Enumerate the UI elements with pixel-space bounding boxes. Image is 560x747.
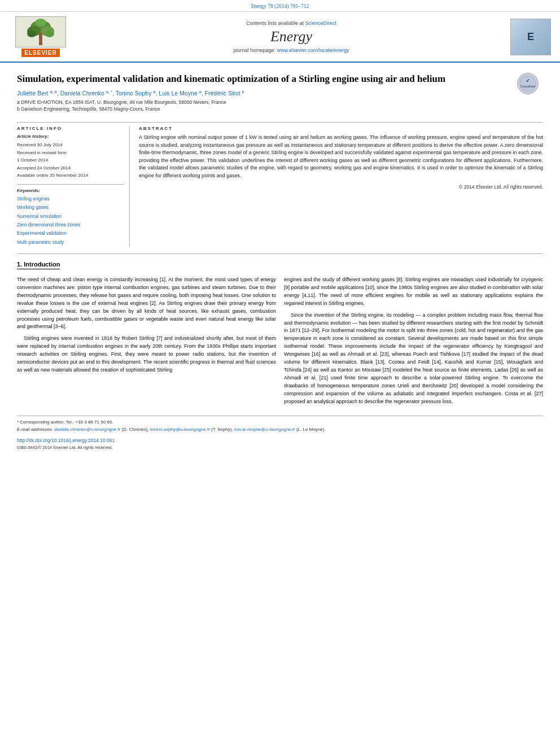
email-chrenko[interactable]: daniela.chrenko@u-bourgogne.fr xyxy=(54,427,120,432)
keywords-label: Keywords: xyxy=(17,188,124,193)
article-info-col: ARTICLE INFO Article history: Received 3… xyxy=(17,126,130,247)
journal-center: Contents lists available at ScienceDirec… xyxy=(80,20,502,53)
homepage-link[interactable]: www.elsevier.com/locate/energy xyxy=(277,47,349,53)
elsevier-tree-image xyxy=(15,16,66,47)
svg-rect-9 xyxy=(39,42,42,45)
svg-text:✓: ✓ xyxy=(526,78,530,84)
article-info-abstract: ARTICLE INFO Article history: Received 3… xyxy=(17,126,543,247)
doi-anchor[interactable]: http://dx.doi.org/10.1016/j.energy.2014.… xyxy=(17,438,115,443)
intro-body: The need of cheap and clean energy is co… xyxy=(17,276,543,410)
doi-link[interactable]: http://dx.doi.org/10.1016/j.energy.2014.… xyxy=(17,438,543,443)
affiliation-b: b Danielson Engineering, Technopôle, 584… xyxy=(17,106,505,113)
article-title: Simulation, experimental validation and … xyxy=(17,73,505,85)
article-history: Article history: Received 30 July 2014 R… xyxy=(17,134,124,180)
keyword-2: Working gases xyxy=(17,203,124,212)
issn-text: 0360-5442/© 2014 Elsevier Ltd. All right… xyxy=(17,445,543,450)
article-title-section: Simulation, experimental validation and … xyxy=(17,73,543,117)
abstract-text: A Stirling engine with nominal output po… xyxy=(139,134,543,180)
keyword-3: Numerical simulation xyxy=(17,212,124,221)
authors-line: Juliette Bert a, b, Daniela Chrenko a, *… xyxy=(17,89,505,97)
authors: Juliette Bert a, b, Daniela Chrenko a, *… xyxy=(17,90,244,97)
keyword-4: Zero dimensional three zones xyxy=(17,221,124,229)
main-content: Simulation, experimental validation and … xyxy=(0,63,560,456)
footnote-corresponding: * Corresponding author. Tel.: +33 3 86 7… xyxy=(17,419,543,426)
contents-line: Contents lists available at ScienceDirec… xyxy=(80,20,502,26)
abstract-label: ABSTRACT xyxy=(139,126,543,131)
intro-para-2: Stirling engines were invented in 1816 b… xyxy=(17,335,276,374)
journal-ref: Energy 78 (2014) 701–712 xyxy=(251,3,309,9)
svg-point-5 xyxy=(35,19,46,27)
history-label: Article history: xyxy=(17,134,124,139)
intro-section-title: 1. Introduction xyxy=(17,261,60,269)
journal-cover-image: E xyxy=(510,19,551,55)
available-date: Available online 20 November 2014 xyxy=(17,172,124,180)
journal-reference-bar: Energy 78 (2014) 701–712 xyxy=(0,0,560,12)
intro-right-col: engines and the study of different worki… xyxy=(284,276,543,410)
keyword-1: Stirling engines xyxy=(17,195,124,203)
journal-header: ELSEVIER Contents lists available at Sci… xyxy=(0,12,560,63)
intro-para-3: engines and the study of different worki… xyxy=(284,276,543,308)
homepage-line: journal homepage: www.elsevier.com/locat… xyxy=(80,47,502,53)
copyright: © 2014 Elsevier Ltd. All rights reserved… xyxy=(139,184,543,190)
svg-point-6 xyxy=(27,30,36,37)
affiliation-a: a DRIVE ID-MOTION, EA 1859 ISAT, U. Bour… xyxy=(17,99,505,106)
sciencedirect-link[interactable]: ScienceDirect xyxy=(305,20,337,26)
elsevier-logo: ELSEVIER xyxy=(7,16,75,57)
intro-left-col: The need of cheap and clean energy is co… xyxy=(17,276,276,410)
crossmark-badge[interactable]: ✓ CrossMark xyxy=(512,73,543,94)
abstract-col: ABSTRACT A Stirling engine with nominal … xyxy=(139,126,543,247)
footnote-email: E-mail addresses: daniela.chrenko@u-bour… xyxy=(17,426,543,434)
email-sophy[interactable]: tonino.sophy@u-bourgogne.fr xyxy=(150,427,210,432)
article-info-label: ARTICLE INFO xyxy=(17,126,124,131)
svg-point-7 xyxy=(45,30,54,37)
elsevier-brand-text: ELSEVIER xyxy=(21,49,59,57)
section-divider xyxy=(17,254,543,254)
email-lemoyne[interactable]: luis.le-moyne@u-bourgogne.fr xyxy=(234,427,295,432)
journal-name: Energy xyxy=(80,28,502,45)
received-date: Received 30 July 2014 xyxy=(17,141,124,149)
svg-text:CrossMark: CrossMark xyxy=(520,85,535,88)
email-label: E-mail addresses: xyxy=(17,427,53,432)
keywords-section: Keywords: Stirling engines Working gases… xyxy=(17,184,124,247)
accepted-date: Accepted 24 October 2014 xyxy=(17,164,124,172)
crossmark-icon: ✓ CrossMark xyxy=(517,73,539,94)
affiliations: a DRIVE ID-MOTION, EA 1859 ISAT, U. Bour… xyxy=(17,99,505,113)
header-divider xyxy=(17,122,543,123)
received-revised-label: Received in revised form xyxy=(17,149,124,157)
intro-para-4: Since the invention of the Stirling engi… xyxy=(284,312,543,406)
svg-rect-4 xyxy=(39,33,42,40)
journal-thumbnail: E xyxy=(508,19,553,55)
revised-date: 1 October 2014 xyxy=(17,156,124,164)
introduction-section: 1. Introduction The need of cheap and cl… xyxy=(17,261,543,410)
footnotes: * Corresponding author. Tel.: +33 3 86 7… xyxy=(17,416,543,451)
intro-para-1: The need of cheap and clean energy is co… xyxy=(17,276,276,331)
article-title-container: Simulation, experimental validation and … xyxy=(17,73,505,117)
keyword-5: Experimental validation xyxy=(17,229,124,238)
keyword-6: Multi parametric study xyxy=(17,238,124,247)
